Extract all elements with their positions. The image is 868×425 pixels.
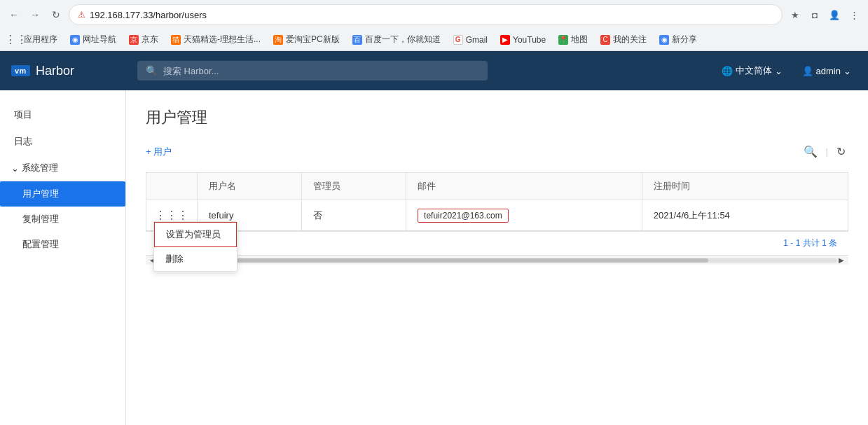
cell-admin: 否 xyxy=(302,200,406,231)
jd-icon: 京 xyxy=(129,35,139,45)
bookmark-gmail-label: Gmail xyxy=(466,35,488,45)
col-regtime: 注册时间 xyxy=(642,173,848,200)
main-content: 用户管理 + 用户 🔍 | ↻ 用户名 管理员 邮件 注册时间 xyxy=(126,90,868,425)
bookmark-tianmao-label: 天猫精选-理想生活... xyxy=(184,34,261,46)
globe-icon: 🌐 xyxy=(722,66,733,76)
vm-logo: vm xyxy=(11,65,30,76)
bookmark-maps[interactable]: 📍 地图 xyxy=(553,32,593,48)
sidebar-sysadmin-label: 系统管理 xyxy=(22,162,58,174)
context-menu-delete[interactable]: 删除 xyxy=(154,247,237,271)
toolbar-divider: | xyxy=(826,146,828,157)
refresh-button[interactable]: ↻ xyxy=(48,6,64,23)
bookmark-myfollow-label: 我的关注 xyxy=(613,34,647,46)
context-menu-set-admin[interactable]: 设置为管理员 xyxy=(154,222,237,247)
user-label: admin xyxy=(816,66,841,76)
scroll-right-arrow[interactable]: ▶ xyxy=(837,256,846,264)
bookmark-youtube[interactable]: ▶ YouTube xyxy=(495,33,551,47)
sidebar-logs-label: 日志 xyxy=(14,135,32,148)
chevron-down-icon: ⌄ xyxy=(11,163,19,174)
sidebar-configuration-label: 配置管理 xyxy=(22,239,59,249)
bookmark-baidu[interactable]: 百 百度一下，你就知道 xyxy=(347,32,446,48)
col-actions xyxy=(146,173,198,200)
back-button[interactable]: ← xyxy=(6,6,22,23)
bookmarks-bar: ⋮⋮ 应用程序 ◉ 网址导航 京 京东 猫 天猫精选-理想生活... 淘 爱淘宝… xyxy=(0,29,868,50)
apps-icon: ⋮⋮ xyxy=(11,35,21,45)
extension-button[interactable]: ◘ xyxy=(806,6,823,23)
col-username: 用户名 xyxy=(198,173,302,200)
sidebar-item-configuration[interactable]: 配置管理 xyxy=(0,232,125,257)
share-icon: ◉ xyxy=(659,35,669,45)
sidebar-replication-label: 复制管理 xyxy=(22,214,59,224)
bookmark-myfollow[interactable]: C 我的关注 xyxy=(595,32,652,48)
lang-label: 中文简体 xyxy=(736,64,772,77)
bookmark-baidu-label: 百度一下，你就知道 xyxy=(365,34,441,46)
search-button[interactable]: 🔍 xyxy=(801,142,820,161)
cell-email: tefuir2021@163.com xyxy=(406,200,642,231)
gmail-icon: G xyxy=(453,35,463,45)
col-admin: 管理员 xyxy=(302,173,406,200)
toolbar: + 用户 🔍 | ↻ xyxy=(146,142,848,161)
language-button[interactable]: 🌐 中文简体 ⌄ xyxy=(716,62,788,80)
nav-right: 🌐 中文简体 ⌄ 👤 admin ⌄ xyxy=(716,62,857,80)
browser-chrome: ← → ↻ ⚠ 192.168.177.33/harbor/users ★ ◘ … xyxy=(0,0,868,51)
bookmark-star-button[interactable]: ★ xyxy=(787,6,804,23)
browser-actions: ★ ◘ 👤 ⋮ xyxy=(787,6,862,23)
maps-icon: 📍 xyxy=(558,35,568,45)
search-input[interactable] xyxy=(163,66,479,76)
sidebar-item-replication[interactable]: 复制管理 xyxy=(0,207,125,232)
add-user-button[interactable]: + 用户 xyxy=(146,143,172,161)
table-header: 用户名 管理员 邮件 注册时间 xyxy=(146,173,848,200)
url-text: 192.168.177.33/harbor/users xyxy=(90,10,207,20)
browser-toolbar: ← → ↻ ⚠ 192.168.177.33/harbor/users ★ ◘ … xyxy=(0,0,868,29)
bookmark-apps[interactable]: ⋮⋮ 应用程序 xyxy=(6,32,63,48)
pagination-text: 1 - 1 共计 1 条 xyxy=(783,237,837,249)
bookmark-taobao-label: 爱淘宝PC新版 xyxy=(286,34,340,46)
user-chevron-icon: ⌄ xyxy=(843,66,851,76)
bookmark-jd-label: 京东 xyxy=(142,34,158,46)
youtube-icon: ▶ xyxy=(500,35,510,45)
top-nav: vm Harbor 🔍 🌐 中文简体 ⌄ 👤 admin ⌄ xyxy=(0,51,868,90)
lock-icon: ⚠ xyxy=(78,10,85,20)
nav-icon: ◉ xyxy=(70,35,80,45)
bookmark-share[interactable]: ◉ 新分享 xyxy=(654,32,703,48)
bookmark-nav-label: 网址导航 xyxy=(83,34,116,46)
myfollow-icon: C xyxy=(600,35,610,45)
app-wrapper: vm Harbor 🔍 🌐 中文简体 ⌄ 👤 admin ⌄ 项目 xyxy=(0,51,868,425)
bookmark-apps-label: 应用程序 xyxy=(24,34,57,46)
scroll-area[interactable]: ◀ ▶ xyxy=(146,255,848,265)
row-actions-cell: ⋮⋮⋮ 设置为管理员 删除 xyxy=(146,200,198,231)
context-menu: 设置为管理员 删除 xyxy=(153,221,237,272)
content-wrapper: 项目 日志 ⌄ 系统管理 用户管理 复制管理 配置管理 用户管理 + 用户 xyxy=(0,90,868,425)
menu-button[interactable]: ⋮ xyxy=(846,6,862,23)
pagination-area: 1 - 1 共计 1 条 xyxy=(146,231,848,255)
forward-button[interactable]: → xyxy=(27,6,43,23)
logo-area: vm Harbor xyxy=(11,64,137,78)
scroll-track xyxy=(157,258,837,263)
sidebar-item-users[interactable]: 用户管理 xyxy=(0,181,125,207)
scroll-thumb xyxy=(164,258,708,263)
table-body: ⋮⋮⋮ 设置为管理员 删除 tefuiry 否 tefuir2021@163.c… xyxy=(146,200,848,231)
tianmao-icon: 猫 xyxy=(171,35,181,45)
baidu-icon: 百 xyxy=(352,35,362,45)
refresh-table-button[interactable]: ↻ xyxy=(834,142,848,161)
bookmark-jd[interactable]: 京 京东 xyxy=(123,32,164,48)
bookmark-gmail[interactable]: G Gmail xyxy=(448,33,493,47)
sidebar-group-sysadmin[interactable]: ⌄ 系统管理 xyxy=(0,155,125,181)
sidebar-users-label: 用户管理 xyxy=(22,188,59,199)
bookmark-tianmao[interactable]: 猫 天猫精选-理想生活... xyxy=(165,32,266,48)
profile-button[interactable]: 👤 xyxy=(826,6,843,23)
search-icon: 🔍 xyxy=(146,65,158,76)
bookmark-nav[interactable]: ◉ 网址导航 xyxy=(64,32,122,48)
address-bar[interactable]: ⚠ 192.168.177.33/harbor/users xyxy=(69,4,783,25)
user-button[interactable]: 👤 admin ⌄ xyxy=(797,63,857,79)
email-badge: tefuir2021@163.com xyxy=(418,209,509,223)
bookmark-taobao[interactable]: 淘 爱淘宝PC新版 xyxy=(268,32,345,48)
table-row: ⋮⋮⋮ 设置为管理员 删除 tefuiry 否 tefuir2021@163.c… xyxy=(146,200,848,231)
bookmark-maps-label: 地图 xyxy=(571,34,588,46)
search-bar[interactable]: 🔍 xyxy=(137,61,488,81)
col-email: 邮件 xyxy=(406,173,642,200)
sidebar-item-logs[interactable]: 日志 xyxy=(0,128,125,155)
cell-regtime: 2021/4/6上午11:54 xyxy=(642,200,848,231)
sidebar-item-projects[interactable]: 项目 xyxy=(0,102,125,128)
user-table: 用户名 管理员 邮件 注册时间 ⋮⋮⋮ 设置为管理员 删除 xyxy=(146,172,848,231)
